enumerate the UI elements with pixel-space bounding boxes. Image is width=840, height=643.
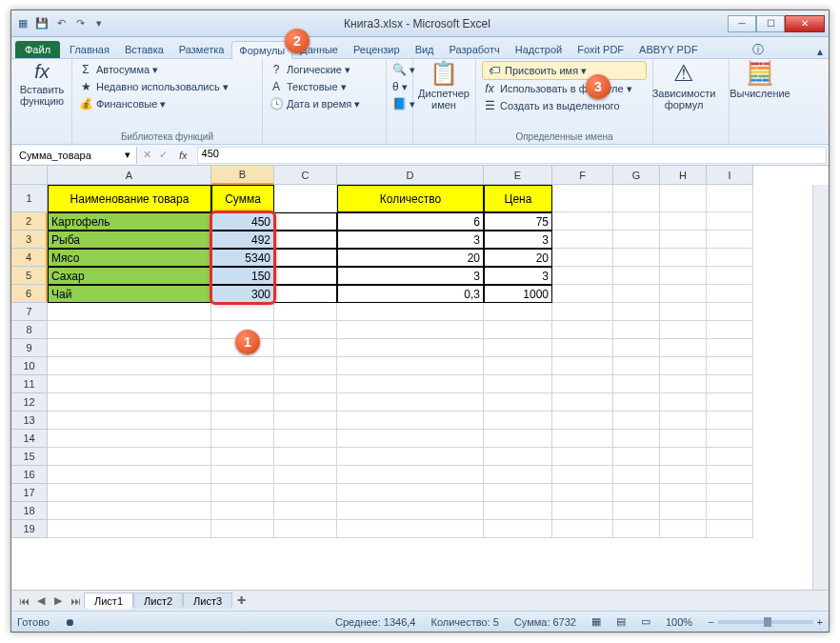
cell-I17[interactable] — [707, 484, 753, 502]
ribbon-tab-abbyy pdf[interactable]: ABBYY PDF — [631, 40, 706, 58]
cell-D3[interactable]: 3 — [337, 231, 484, 249]
cell-I9[interactable] — [707, 339, 753, 357]
row-header-3[interactable]: 3 — [11, 231, 48, 249]
cell-A15[interactable] — [48, 448, 211, 466]
cell-F13[interactable] — [552, 412, 613, 430]
cell-G2[interactable] — [613, 212, 660, 231]
row-header-10[interactable]: 10 — [11, 357, 48, 375]
cell-A11[interactable] — [48, 375, 211, 393]
cell-F4[interactable] — [552, 249, 613, 267]
formula-input[interactable]: 450 — [197, 147, 827, 164]
cell-C19[interactable] — [274, 520, 337, 538]
cell-I4[interactable] — [707, 249, 753, 267]
cell-A4[interactable]: Мясо — [48, 249, 211, 267]
cell-B5[interactable]: 150 — [211, 267, 274, 285]
cell-H11[interactable] — [660, 375, 707, 393]
row-header-15[interactable]: 15 — [11, 448, 48, 466]
cell-F18[interactable] — [552, 502, 613, 520]
row-header-1[interactable]: 1 — [11, 185, 48, 212]
zoom-slider[interactable] — [718, 620, 813, 624]
cell-D6[interactable]: 0,3 — [337, 285, 484, 303]
minimize-button[interactable]: ─ — [728, 15, 756, 32]
cell-B19[interactable] — [211, 520, 274, 538]
cell-B4[interactable]: 5340 — [211, 249, 274, 267]
ribbon-tab-вставка[interactable]: Вставка — [117, 40, 171, 58]
cell-D1[interactable]: Количество — [337, 185, 484, 212]
cell-B3[interactable]: 492 — [211, 231, 274, 249]
view-pagebreak-icon[interactable]: ▭ — [641, 615, 650, 628]
cell-D18[interactable] — [337, 502, 484, 520]
cell-F6[interactable] — [552, 285, 613, 303]
cell-E10[interactable] — [484, 357, 552, 375]
cell-F8[interactable] — [552, 321, 613, 339]
close-button[interactable]: ✕ — [785, 15, 825, 32]
row-header-6[interactable]: 6 — [11, 285, 48, 303]
assign-name-button[interactable]: 🏷Присвоить имя ▾ — [482, 61, 647, 80]
cell-I3[interactable] — [707, 231, 753, 249]
cancel-formula-icon[interactable]: ✕ — [139, 149, 155, 161]
redo-icon[interactable]: ↷ — [72, 16, 88, 31]
cell-D11[interactable] — [337, 375, 484, 393]
file-tab[interactable]: Файл — [15, 41, 60, 58]
row-header-8[interactable]: 8 — [11, 321, 48, 339]
cell-A16[interactable] — [48, 466, 211, 484]
cell-C2[interactable] — [274, 212, 337, 231]
cell-I1[interactable] — [707, 185, 753, 212]
cell-H16[interactable] — [660, 466, 707, 484]
view-normal-icon[interactable]: ▦ — [591, 615, 601, 628]
cell-D16[interactable] — [337, 466, 484, 484]
autosum-button[interactable]: ΣАвтосумма ▾ — [78, 61, 256, 78]
create-from-selection-button[interactable]: ☰Создать из выделенного — [482, 97, 647, 114]
cell-C5[interactable] — [274, 267, 337, 285]
text-button[interactable]: AТекстовые ▾ — [269, 78, 380, 95]
ribbon-tab-рецензир[interactable]: Рецензир — [346, 40, 408, 58]
cell-D17[interactable] — [337, 484, 484, 502]
cell-B10[interactable] — [211, 357, 274, 375]
cell-I10[interactable] — [707, 357, 753, 375]
sheet-tab-Лист3[interactable]: Лист3 — [183, 593, 232, 609]
cell-I8[interactable] — [707, 321, 753, 339]
cell-B14[interactable] — [211, 430, 274, 448]
cell-C10[interactable] — [274, 357, 337, 375]
cell-A9[interactable] — [48, 339, 211, 357]
cell-I11[interactable] — [707, 375, 753, 393]
cell-D9[interactable] — [337, 339, 484, 357]
name-box[interactable]: Сумма_товара▾ — [13, 147, 137, 164]
cell-C6[interactable] — [274, 285, 337, 303]
new-sheet-icon[interactable]: ✚ — [232, 594, 250, 607]
cell-C3[interactable] — [274, 231, 337, 249]
row-header-2[interactable]: 2 — [11, 212, 48, 231]
more-fn-button[interactable]: 📘▾ — [392, 95, 407, 112]
cell-C14[interactable] — [274, 430, 337, 448]
sheet-nav-prev-icon[interactable]: ◀ — [32, 594, 50, 607]
math-button[interactable]: θ▾ — [392, 78, 407, 95]
cell-H14[interactable] — [660, 430, 707, 448]
cell-E2[interactable]: 75 — [484, 212, 552, 231]
cell-C18[interactable] — [274, 502, 337, 520]
column-header-I[interactable]: I — [707, 166, 753, 185]
cell-C16[interactable] — [274, 466, 337, 484]
cell-F19[interactable] — [552, 520, 613, 538]
cell-G13[interactable] — [613, 412, 660, 430]
row-header-13[interactable]: 13 — [11, 412, 48, 430]
cell-E11[interactable] — [484, 375, 552, 393]
cell-B9[interactable] — [211, 339, 274, 357]
sheet-nav-last-icon[interactable]: ⏭ — [67, 595, 84, 607]
ribbon-tab-данные[interactable]: Данные — [292, 40, 346, 58]
name-manager-button[interactable]: 📋 Диспетчер имен — [419, 61, 469, 111]
cell-E14[interactable] — [484, 430, 552, 448]
cell-D4[interactable]: 20 — [337, 249, 484, 267]
cell-D5[interactable]: 3 — [337, 267, 484, 285]
vertical-scrollbar[interactable] — [812, 185, 829, 590]
cell-I16[interactable] — [707, 466, 753, 484]
cell-F11[interactable] — [552, 375, 613, 393]
cell-H7[interactable] — [660, 303, 707, 321]
ribbon-tab-надстрой[interactable]: Надстрой — [508, 40, 570, 58]
cell-I12[interactable] — [707, 393, 753, 412]
cell-E8[interactable] — [484, 321, 552, 339]
cell-B1[interactable]: Сумма — [211, 185, 274, 212]
cell-G5[interactable] — [613, 267, 660, 285]
cell-B11[interactable] — [211, 375, 274, 393]
sheet-tab-Лист1[interactable]: Лист1 — [84, 593, 133, 609]
cell-C12[interactable] — [274, 393, 337, 412]
